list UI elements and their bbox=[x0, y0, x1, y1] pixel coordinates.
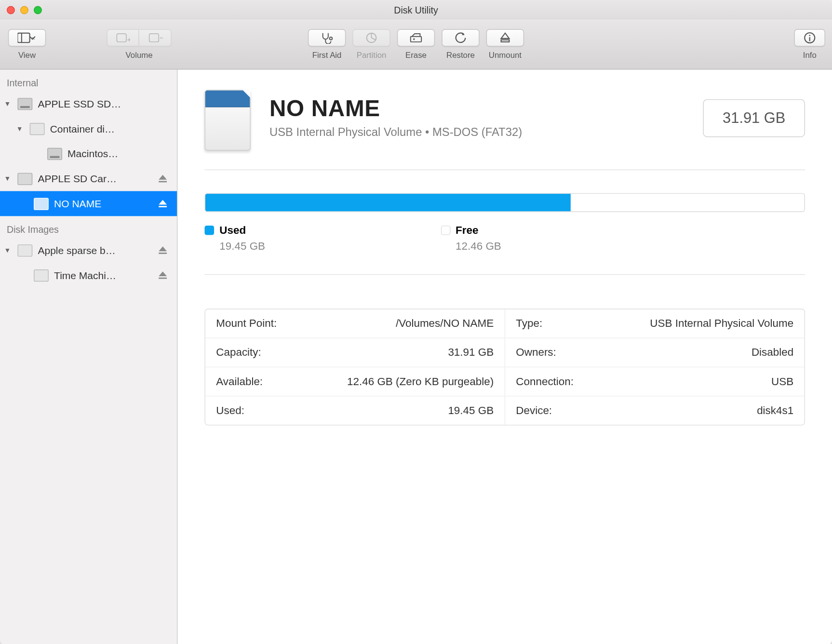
erase-label: Erase bbox=[405, 50, 427, 60]
info-label: Info bbox=[803, 50, 817, 60]
hard-drive-icon bbox=[47, 148, 62, 160]
svg-rect-8 bbox=[411, 36, 421, 41]
detail-key: Used: bbox=[216, 404, 244, 416]
detail-row: Used:19.45 GB bbox=[205, 396, 505, 425]
detail-value: USB Internal Physical Volume bbox=[650, 317, 793, 329]
detail-row: Available:12.46 GB (Zero KB purgeable) bbox=[205, 367, 505, 396]
sidebar-item-label: Macintos… bbox=[67, 148, 118, 160]
sidebar-item-sparse-bundle[interactable]: ▼ Apple sparse b… bbox=[0, 238, 177, 263]
legend-swatch-used bbox=[204, 226, 214, 235]
restore-icon bbox=[455, 31, 467, 43]
sidebar-view-icon bbox=[17, 32, 36, 43]
restore-button[interactable] bbox=[442, 29, 479, 46]
legend-free-value: 12.46 GB bbox=[456, 241, 501, 253]
svg-rect-14 bbox=[809, 37, 810, 40]
detail-row: Capacity:31.91 GB bbox=[205, 338, 505, 367]
detail-value: USB bbox=[771, 376, 793, 388]
sidebar-item-apple-ssd[interactable]: ▼ APPLE SSD SD… bbox=[0, 91, 177, 116]
info-button[interactable] bbox=[794, 29, 825, 46]
info-icon bbox=[804, 31, 816, 43]
divider bbox=[204, 170, 805, 170]
partition-icon bbox=[365, 31, 377, 43]
sidebar-item-label: APPLE SD Car… bbox=[38, 173, 117, 185]
disclosure-triangle-icon[interactable]: ▼ bbox=[4, 100, 11, 107]
svg-text:−: − bbox=[159, 33, 162, 43]
svg-point-6 bbox=[330, 37, 333, 40]
volume-subtitle: USB Internal Physical Volume • MS-DOS (F… bbox=[269, 126, 684, 139]
sidebar-item-apple-sd-card[interactable]: ▼ APPLE SD Car… bbox=[0, 166, 177, 191]
sidebar-item-container[interactable]: ▼ Container di… bbox=[0, 116, 177, 141]
sidebar-item-no-name[interactable]: NO NAME bbox=[0, 191, 177, 216]
sidebar-item-label: Apple sparse b… bbox=[38, 244, 115, 256]
volume-add-button: + bbox=[107, 29, 139, 46]
volume-icon bbox=[34, 269, 49, 281]
legend-free: Free 12.46 GB bbox=[441, 224, 501, 253]
detail-key: Available: bbox=[216, 376, 263, 388]
svg-text:+: + bbox=[127, 35, 130, 43]
sidebar-header-disk-images: Disk Images bbox=[0, 222, 177, 238]
detail-key: Capacity: bbox=[216, 347, 261, 359]
detail-value: 31.91 GB bbox=[448, 347, 494, 359]
disk-image-icon bbox=[17, 244, 32, 256]
detail-row: Mount Point:/Volumes/NO NAME bbox=[205, 309, 505, 338]
unmount-button[interactable] bbox=[486, 29, 524, 46]
view-button[interactable] bbox=[8, 29, 46, 46]
disclosure-triangle-icon[interactable]: ▼ bbox=[4, 247, 11, 254]
eject-icon[interactable] bbox=[158, 174, 168, 184]
titlebar: Disk Utility bbox=[0, 0, 832, 20]
partition-label: Partition bbox=[357, 50, 387, 60]
eject-icon[interactable] bbox=[158, 270, 168, 280]
sidebar-item-label: NO NAME bbox=[54, 198, 101, 209]
svg-point-13 bbox=[809, 34, 810, 36]
detail-key: Mount Point: bbox=[216, 317, 277, 329]
sd-card-reader-icon bbox=[17, 173, 32, 185]
sidebar-item-label: Time Machi… bbox=[54, 269, 116, 281]
volume-add-icon: + bbox=[116, 32, 131, 43]
usage-bar bbox=[204, 193, 805, 212]
partition-button bbox=[352, 29, 390, 46]
eject-icon[interactable] bbox=[158, 199, 168, 209]
usage-bar-used bbox=[205, 194, 571, 211]
detail-key: Device: bbox=[516, 404, 552, 416]
sidebar-header-internal: Internal bbox=[0, 75, 177, 92]
erase-button[interactable] bbox=[397, 29, 435, 46]
eject-icon[interactable] bbox=[158, 245, 168, 255]
sidebar: Internal ▼ APPLE SSD SD… ▼ Container di…… bbox=[0, 69, 177, 644]
svg-rect-4 bbox=[149, 33, 159, 41]
detail-key: Type: bbox=[516, 317, 542, 329]
detail-key: Owners: bbox=[516, 347, 556, 359]
disclosure-triangle-icon[interactable]: ▼ bbox=[16, 125, 23, 132]
sidebar-item-macintosh-hd[interactable]: Macintos… bbox=[0, 141, 177, 166]
main-panel: NO NAME USB Internal Physical Volume • M… bbox=[177, 69, 832, 644]
first-aid-button[interactable] bbox=[308, 29, 346, 46]
detail-value: Disabled bbox=[751, 347, 793, 359]
detail-row: Device:disk4s1 bbox=[505, 396, 805, 425]
svg-rect-0 bbox=[17, 33, 29, 42]
detail-row: Type:USB Internal Physical Volume bbox=[505, 309, 805, 338]
svg-rect-2 bbox=[117, 33, 126, 41]
eject-icon bbox=[500, 31, 510, 43]
sidebar-item-label: APPLE SSD SD… bbox=[38, 98, 121, 109]
detail-value: 19.45 GB bbox=[448, 404, 494, 416]
divider bbox=[204, 274, 805, 275]
svg-rect-11 bbox=[501, 40, 510, 41]
detail-row: Owners:Disabled bbox=[505, 338, 805, 367]
sidebar-item-label: Container di… bbox=[50, 123, 115, 134]
disclosure-triangle-icon[interactable]: ▼ bbox=[4, 175, 11, 182]
detail-value: /Volumes/NO NAME bbox=[396, 317, 494, 329]
detail-value: 12.46 GB (Zero KB purgeable) bbox=[347, 376, 494, 388]
volume-remove-icon: − bbox=[148, 32, 162, 43]
volume-remove-button: − bbox=[139, 29, 172, 46]
sd-volume-icon bbox=[34, 198, 49, 210]
legend-free-label: Free bbox=[456, 224, 478, 236]
app-window: Disk Utility View + − Volume bbox=[0, 0, 832, 644]
detail-col-left: Mount Point:/Volumes/NO NAME Capacity:31… bbox=[205, 309, 505, 425]
sd-card-icon bbox=[204, 90, 250, 150]
erase-icon bbox=[409, 32, 423, 43]
window-title: Disk Utility bbox=[0, 4, 832, 15]
volume-label: Volume bbox=[126, 50, 153, 60]
hard-drive-icon bbox=[17, 97, 32, 109]
detail-row: Connection:USB bbox=[505, 367, 805, 396]
detail-table: Mount Point:/Volumes/NO NAME Capacity:31… bbox=[204, 309, 805, 425]
sidebar-item-time-machine[interactable]: Time Machi… bbox=[0, 263, 177, 288]
